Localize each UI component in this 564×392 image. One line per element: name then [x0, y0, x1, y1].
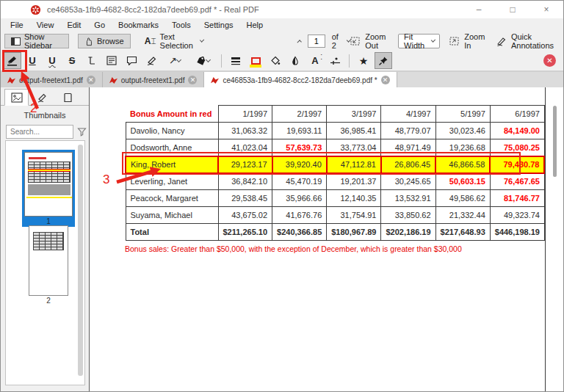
squiggly-underline-tool-button[interactable]: U	[43, 52, 61, 69]
text-selection-button[interactable]: A⌶ Text Selection	[138, 34, 210, 48]
menu-item-settings[interactable]: Settings	[198, 21, 240, 29]
sidebar-tab-annotations[interactable]	[30, 89, 54, 106]
menu-item-file[interactable]: File	[4, 21, 30, 29]
ink-pen-tool-button[interactable]	[142, 52, 160, 69]
bonus-value-cell: 31,754.91	[327, 207, 381, 224]
menu-item-tools[interactable]: Tools	[165, 21, 198, 29]
opacity-drop-button[interactable]	[286, 52, 304, 69]
outline-color-button[interactable]	[247, 52, 264, 69]
quick-annotations-label[interactable]: Quick Annotations	[511, 32, 557, 50]
bonus-value-cell: 12,140.35	[327, 190, 381, 207]
menu-item-go[interactable]: Go	[87, 21, 112, 29]
bonus-value-cell: 48,779.07	[381, 123, 435, 139]
employee-name-cell: Leverling, Janet	[126, 173, 218, 190]
pdf-file-icon	[109, 76, 118, 84]
bonus-value-cell: 21,332.44	[435, 207, 490, 224]
highlighter-icon	[6, 55, 19, 66]
sidebar-tab-thumbnails[interactable]	[4, 89, 29, 106]
table-row: Suyama, Michael43,675.0241,676.7631,754.…	[126, 207, 544, 224]
document-tab-3[interactable]: ce46853a-1fb9-4682-8cc2-182da7deeb69.pdf…	[204, 72, 397, 88]
bonus-value-cell: 50,603.15	[435, 173, 490, 190]
properties-slider-button[interactable]	[326, 52, 344, 69]
bonus-value-cell: 76,467.65	[490, 173, 544, 190]
chevron-down-icon	[430, 37, 435, 42]
employee-name-cell: Suyama, Michael	[126, 207, 218, 224]
maximize-button[interactable]: □	[496, 1, 529, 18]
thumbnail-search-input[interactable]	[6, 125, 73, 139]
menu-item-view[interactable]: View	[30, 21, 61, 29]
toolbar-separator	[349, 54, 350, 68]
highlight-tool-button[interactable]	[4, 52, 21, 69]
tag-icon	[196, 57, 206, 65]
zoom-in-icon[interactable]	[449, 36, 460, 46]
tab-close-icon[interactable]: ✕	[87, 76, 95, 84]
page-number-input[interactable]	[308, 35, 325, 48]
close-button[interactable]: ×	[529, 1, 563, 18]
page-thumbnail-2[interactable]: 2	[24, 225, 73, 306]
bonus-value-cell: 41,023.04	[218, 139, 272, 156]
column-header-cell: 1/1997	[218, 106, 272, 123]
pin-toolbar-button[interactable]	[375, 52, 392, 69]
tab-close-icon[interactable]: ✕	[381, 76, 390, 84]
document-scrollbar[interactable]	[553, 106, 557, 177]
strikeout-tool-button[interactable]: S	[63, 52, 81, 69]
title-bar: ce46853a-1fb9-4682-8cc2-182da7deeb69.pdf…	[1, 1, 563, 18]
menu-item-help[interactable]: Help	[240, 21, 270, 29]
table-title-cell: Bonus Amount in red	[126, 106, 218, 123]
document-tab-1[interactable]: output-freetext1.pdf✕	[1, 72, 103, 88]
tab-close-icon[interactable]: ✕	[188, 76, 197, 84]
zoom-level-select[interactable]: Fit Width	[398, 34, 440, 48]
browse-button[interactable]: Browse	[78, 34, 131, 48]
filter-funnel-icon[interactable]	[77, 127, 87, 137]
bonus-value-cell: 49,323.74	[490, 207, 544, 224]
quick-annotations-icon[interactable]	[496, 37, 507, 46]
sidebar-scrollbar[interactable]	[78, 145, 83, 376]
employee-name-cell: King, Robert	[126, 156, 218, 173]
show-sidebar-button[interactable]: Show Sidebar	[4, 34, 69, 48]
bonus-value-cell: 49,586.62	[435, 190, 490, 207]
document-tab-2[interactable]: output-freetext1.pdf✕	[103, 72, 205, 88]
employee-name-cell: Dodsworth, Anne	[126, 139, 218, 156]
caret-tool-button[interactable]	[83, 52, 101, 69]
comment-tool-button[interactable]	[123, 52, 140, 69]
tab-label: output-freetext1.pdf	[121, 76, 185, 84]
zoom-out-icon[interactable]	[350, 36, 361, 46]
menu-item-edit[interactable]: Edit	[60, 21, 87, 29]
pdf-file-icon	[7, 76, 15, 84]
fill-color-button[interactable]	[267, 52, 284, 69]
bonus-value-cell: 75,080.25	[490, 139, 544, 156]
line-width-icon	[231, 57, 241, 65]
close-annotation-toolbar-button[interactable]: ✕	[543, 54, 556, 67]
bonus-value-cell: 57,639.73	[272, 139, 327, 156]
page-2-preview	[29, 225, 68, 296]
note-tool-button[interactable]	[103, 52, 120, 69]
droplet-icon	[291, 56, 300, 65]
sidebar-tab-strip	[1, 87, 89, 106]
zoom-level-value: Fit Width	[404, 32, 425, 50]
favorite-tool-button[interactable]: ★	[355, 52, 372, 69]
star-icon: ★	[359, 55, 369, 67]
arrow-tool-button[interactable]: ↗	[162, 52, 187, 69]
line-width-button[interactable]	[227, 52, 245, 69]
sidebar: Thumbnails 1	[1, 87, 90, 391]
zoom-out-label[interactable]: Zoom Out	[365, 32, 391, 50]
bonus-value-cell: 33,773.04	[327, 139, 381, 156]
table-row: Peacock, Margaret29,538.4535,966.6612,14…	[126, 190, 544, 207]
annotations-pen-icon	[37, 92, 48, 103]
total-value-cell: $240,366.85	[272, 224, 327, 241]
text-caret-icon	[87, 56, 97, 66]
page-thumbnail-1[interactable]: 1	[22, 150, 75, 227]
zoom-in-label[interactable]: Zoom In	[464, 32, 485, 50]
minimize-button[interactable]: –	[462, 1, 496, 18]
column-header-cell: 3/1997	[327, 106, 381, 123]
squiggly-underline-icon: U	[48, 55, 55, 66]
font-settings-button[interactable]: A	[306, 52, 324, 69]
menu-item-bookmarks[interactable]: Bookmarks	[112, 21, 165, 29]
stamp-tool-button[interactable]	[189, 52, 216, 69]
thumbnail-panel: 1 2	[5, 140, 85, 385]
previous-page-icon[interactable]	[297, 40, 302, 44]
sidebar-tab-bookmarks[interactable]	[56, 89, 80, 106]
bonus-table: Bonus Amount in red1/19972/19973/19974/1…	[125, 105, 545, 241]
bonus-value-cell: 13,532.91	[381, 190, 435, 207]
underline-tool-button[interactable]: U	[24, 52, 41, 69]
